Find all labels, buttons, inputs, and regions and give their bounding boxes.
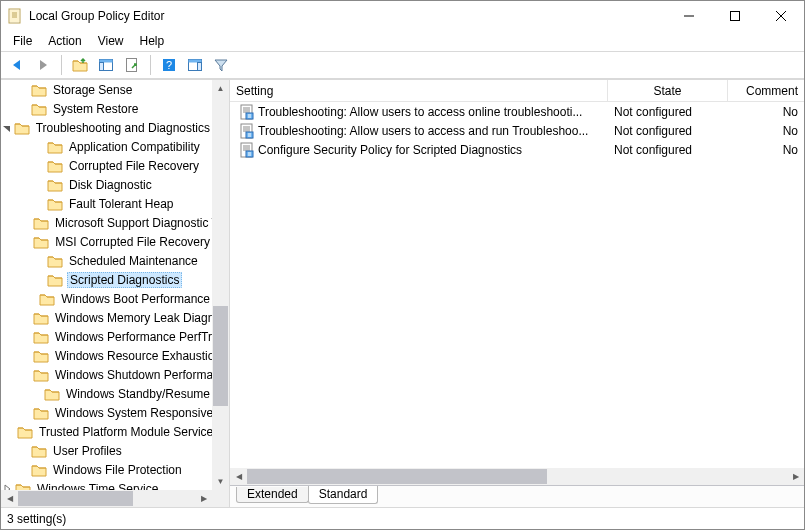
policy-icon [239, 104, 255, 120]
collapse-icon[interactable] [1, 121, 14, 135]
tree-item[interactable]: Windows File Protection [1, 460, 212, 479]
list-row[interactable]: Troubleshooting: Allow users to access a… [230, 121, 804, 140]
tree-item-label: Windows Boot Performance [59, 292, 212, 306]
scroll-thumb[interactable] [213, 306, 228, 406]
tree-item[interactable]: Windows Resource Exhaustion [1, 346, 212, 365]
scroll-thumb[interactable] [18, 491, 133, 506]
tree-item[interactable]: Disk Diagnostic [1, 175, 212, 194]
list-row[interactable]: Configure Security Policy for Scripted D… [230, 140, 804, 159]
help-button[interactable]: ? [157, 54, 181, 76]
tree-item[interactable]: Scripted Diagnostics [1, 270, 212, 289]
tree-item[interactable]: Fault Tolerant Heap [1, 194, 212, 213]
tree-item[interactable]: Windows Memory Leak Diagnosis [1, 308, 212, 327]
folder-icon [15, 481, 31, 491]
folder-icon [31, 443, 47, 459]
tree-item[interactable]: Windows Time Service [1, 479, 212, 490]
tree-item[interactable]: Scheduled Maintenance [1, 251, 212, 270]
tree[interactable]: Storage SenseSystem RestoreTroubleshooti… [1, 80, 229, 507]
tree-item[interactable]: Microsoft Support Diagnostic Tool [1, 213, 212, 232]
tree-item[interactable]: Windows Shutdown Performance [1, 365, 212, 384]
tree-item[interactable]: Corrupted File Recovery [1, 156, 212, 175]
folder-icon [31, 82, 47, 98]
forward-button[interactable] [31, 54, 55, 76]
tree-item[interactable]: Windows Performance PerfTrack [1, 327, 212, 346]
titlebar: Local Group Policy Editor [1, 1, 804, 31]
tree-item[interactable]: Trusted Platform Module Services [1, 422, 212, 441]
toggle-spacer [33, 140, 47, 154]
cell-state: Not configured [608, 124, 728, 138]
toggle-spacer [33, 197, 47, 211]
list-pane: Setting State Comment Troubleshooting: A… [230, 80, 804, 507]
up-button[interactable] [68, 54, 92, 76]
tree-item-label: MSI Corrupted File Recovery [53, 235, 212, 249]
cell-state: Not configured [608, 143, 728, 157]
folder-icon [33, 234, 49, 250]
toggle-spacer [17, 102, 31, 116]
col-state[interactable]: State [608, 80, 728, 101]
expand-icon[interactable] [1, 482, 15, 491]
scroll-down-icon[interactable]: ▼ [212, 473, 229, 490]
tree-item[interactable]: Windows Standby/Resume [1, 384, 212, 403]
close-button[interactable] [758, 1, 804, 31]
maximize-button[interactable] [712, 1, 758, 31]
folder-icon [17, 424, 33, 440]
policy-icon [239, 142, 255, 158]
export-button[interactable] [120, 54, 144, 76]
col-comment[interactable]: Comment [728, 80, 804, 101]
menu-file[interactable]: File [5, 32, 40, 50]
tree-item-label: Trusted Platform Module Services [37, 425, 212, 439]
cell-setting: Troubleshooting: Allow users to access o… [258, 105, 582, 119]
tree-item[interactable]: User Profiles [1, 441, 212, 460]
tree-item[interactable]: Application Compatibility [1, 137, 212, 156]
tree-item[interactable]: System Restore [1, 99, 212, 118]
tree-item[interactable]: Windows System Responsiveness [1, 403, 212, 422]
scroll-up-icon[interactable]: ▲ [212, 80, 229, 97]
tree-item-label: Windows Shutdown Performance [53, 368, 212, 382]
menu-help[interactable]: Help [132, 32, 173, 50]
show-hide-action-pane-button[interactable] [183, 54, 207, 76]
tree-item-label: Microsoft Support Diagnostic Tool [53, 216, 212, 230]
scroll-thumb[interactable] [247, 469, 547, 484]
tree-item-label: Fault Tolerant Heap [67, 197, 176, 211]
tree-item-label: System Restore [51, 102, 140, 116]
tree-v-scrollbar[interactable]: ▲ ▼ [212, 80, 229, 490]
list-row[interactable]: Troubleshooting: Allow users to access o… [230, 102, 804, 121]
col-setting[interactable]: Setting [230, 80, 608, 101]
tree-h-scrollbar[interactable]: ◀ ▶ [1, 490, 229, 507]
tree-item[interactable]: Troubleshooting and Diagnostics [1, 118, 212, 137]
scroll-right-icon[interactable]: ▶ [195, 490, 212, 507]
list-body[interactable]: Troubleshooting: Allow users to access o… [230, 102, 804, 485]
folder-icon [39, 291, 55, 307]
cell-setting: Troubleshooting: Allow users to access a… [258, 124, 588, 138]
folder-icon [33, 405, 49, 421]
menu-action[interactable]: Action [40, 32, 89, 50]
content: Storage SenseSystem RestoreTroubleshooti… [1, 79, 804, 507]
tab-extended[interactable]: Extended [236, 487, 309, 503]
tree-item[interactable]: Storage Sense [1, 80, 212, 99]
menu-view[interactable]: View [90, 32, 132, 50]
back-button[interactable] [5, 54, 29, 76]
cell-setting: Configure Security Policy for Scripted D… [258, 143, 522, 157]
tree-item[interactable]: MSI Corrupted File Recovery [1, 232, 212, 251]
toggle-spacer [17, 444, 31, 458]
minimize-button[interactable] [666, 1, 712, 31]
list-h-scrollbar[interactable]: ◀ ▶ [230, 468, 804, 485]
tree-item-label: Windows Resource Exhaustion [53, 349, 212, 363]
folder-icon [47, 196, 63, 212]
filter-button[interactable] [209, 54, 233, 76]
toggle-spacer [33, 387, 44, 401]
tab-standard[interactable]: Standard [308, 486, 379, 504]
toggle-spacer [33, 254, 47, 268]
scroll-left-icon[interactable]: ◀ [230, 468, 247, 485]
tree-item-label: Windows Memory Leak Diagnosis [53, 311, 212, 325]
folder-icon [44, 386, 60, 402]
scroll-right-icon[interactable]: ▶ [787, 468, 804, 485]
window-title: Local Group Policy Editor [29, 9, 164, 23]
tree-item[interactable]: Windows Boot Performance [1, 289, 212, 308]
folder-icon [33, 329, 49, 345]
menubar: File Action View Help [1, 31, 804, 51]
app-icon [7, 8, 23, 24]
folder-icon [47, 139, 63, 155]
show-hide-tree-button[interactable] [94, 54, 118, 76]
scroll-left-icon[interactable]: ◀ [1, 490, 18, 507]
